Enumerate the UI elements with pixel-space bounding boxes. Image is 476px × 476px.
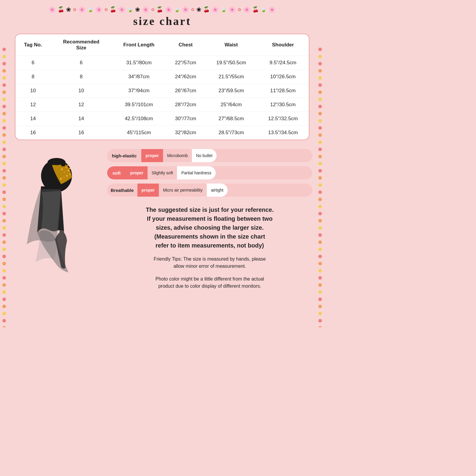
dot: [2, 190, 6, 194]
dot: [2, 312, 6, 315]
dot: [318, 69, 322, 73]
dot: [318, 276, 322, 280]
dot: [318, 169, 322, 173]
prop-proper-1: proper: [141, 149, 163, 162]
svg-point-10: [69, 168, 71, 169]
dot: [2, 240, 6, 244]
page-title: size chart: [9, 15, 315, 28]
dot: [2, 140, 6, 144]
table-cell-5-1: 16: [51, 126, 112, 140]
table-cell-1-3: 24"/62cm: [166, 70, 206, 84]
table-cell-2-2: 37"/94cm: [112, 84, 166, 98]
col-header-shoulder: Shoulder: [257, 34, 309, 56]
dot: [2, 112, 6, 115]
dot: [2, 233, 6, 237]
bottom-section: high-elastic proper Microbomb No bullet …: [12, 149, 312, 290]
friendly-tip: Friendly Tips: The size is measured by h…: [107, 256, 312, 270]
dot: [318, 183, 322, 187]
dot: [2, 269, 6, 273]
dot: [318, 83, 322, 87]
prop-proper-2: proper: [126, 166, 148, 179]
prop-proper-3: proper: [137, 184, 159, 197]
dot: [2, 62, 6, 65]
table-cell-3-4: 25"/64cm: [205, 98, 257, 112]
side-dots-left: [2, 48, 6, 327]
dot: [318, 126, 322, 130]
dot: [318, 212, 322, 215]
table-row: 161645"/115cm32"/82cm28.5"/73cm13.5"/34.…: [15, 126, 309, 140]
prop-end-2: Partial hardness: [177, 166, 215, 179]
table-row: 141442.5"/108cm30"/77cm27"/68.5cm12.5"/3…: [15, 112, 309, 126]
table-cell-4-2: 42.5"/108cm: [112, 112, 166, 126]
dot: [2, 83, 6, 87]
dot: [318, 198, 322, 201]
table-cell-0-4: 19.5"/50.5cm: [205, 56, 257, 70]
prop-label-soft: soft: [107, 166, 126, 179]
dot: [318, 162, 322, 165]
table-cell-5-3: 32"/82cm: [166, 126, 206, 140]
dot: [2, 176, 6, 180]
table-cell-1-4: 21.5"/55cm: [205, 70, 257, 84]
table-cell-1-2: 34"/87cm: [112, 70, 166, 84]
dot: [2, 305, 6, 308]
dot: [318, 233, 322, 237]
dot: [318, 48, 322, 51]
table-cell-4-5: 12.5"/32.5cm: [257, 112, 309, 126]
dot: [2, 169, 6, 173]
dot: [318, 62, 322, 65]
table-cell-2-4: 23"/59.5cm: [205, 84, 257, 98]
prop-label-high-elastic: high-elastic: [107, 149, 141, 162]
page-wrapper: 🌸 🍒 ❀ ✿ 🌸 🍃 🌸 ✿ 🍒 🌸 🍃 ❀ 🌸 ✿ 🍒 🌸 🍃 🌸 ✿ ❀ …: [0, 0, 324, 302]
dot: [2, 55, 6, 58]
dot: [2, 148, 6, 151]
svg-point-5: [61, 168, 63, 170]
dot: [318, 155, 322, 158]
table-row: 6631.5"/80cm22"/57cm19.5"/50.5cm9.5"/24.…: [15, 56, 309, 70]
side-dots-right: [318, 48, 322, 327]
table-cell-1-5: 10"/26.5cm: [257, 70, 309, 84]
size-chart-table-container: Tag No. RecommendedSize Front Length Che…: [15, 34, 309, 140]
dot: [2, 126, 6, 130]
dot: [318, 262, 322, 265]
dot: [2, 290, 6, 294]
dot: [2, 298, 6, 301]
dot: [318, 105, 322, 108]
dot: [318, 148, 322, 151]
table-cell-5-5: 13.5"/34.5cm: [257, 126, 309, 140]
dot: [318, 290, 322, 294]
table-cell-0-0: 6: [15, 56, 51, 70]
prop-mid-2: Slightly soft: [148, 166, 177, 179]
table-cell-3-1: 12: [51, 98, 112, 112]
photo-note: Photo color might be a little different …: [107, 275, 312, 290]
dot: [2, 105, 6, 108]
dot: [318, 55, 322, 58]
table-cell-2-1: 10: [51, 84, 112, 98]
dot: [2, 205, 6, 208]
main-note: The suggested size is just for your refe…: [107, 205, 312, 250]
dot: [2, 276, 6, 280]
dot: [2, 98, 6, 101]
prop-label-breathable: Breathable: [107, 184, 137, 197]
svg-point-11: [67, 165, 69, 166]
prop-end-1: No bullet: [192, 149, 217, 162]
dot: [318, 98, 322, 101]
dot: [2, 119, 6, 123]
property-row-softness: soft proper Slightly soft Partial hardne…: [107, 166, 312, 179]
dot: [2, 48, 6, 51]
table-cell-0-3: 22"/57cm: [166, 56, 206, 70]
svg-point-7: [66, 175, 68, 177]
col-header-chest: Chest: [166, 34, 206, 56]
svg-point-3: [68, 170, 69, 171]
table-cell-4-4: 27"/68.5cm: [205, 112, 257, 126]
table-header-row: Tag No. RecommendedSize Front Length Che…: [15, 34, 309, 56]
table-cell-3-3: 28"/72cm: [166, 98, 206, 112]
dot: [318, 248, 322, 251]
dot: [318, 269, 322, 273]
table-cell-1-0: 8: [15, 70, 51, 84]
table-cell-0-5: 9.5"/24.5cm: [257, 56, 309, 70]
svg-point-2: [65, 167, 67, 168]
size-chart-table: Tag No. RecommendedSize Front Length Che…: [15, 34, 309, 140]
dot: [318, 319, 322, 322]
table-cell-4-3: 30"/77cm: [166, 112, 206, 126]
table-row: 8834"/87cm24"/62cm21.5"/55cm10"/26.5cm: [15, 70, 309, 84]
